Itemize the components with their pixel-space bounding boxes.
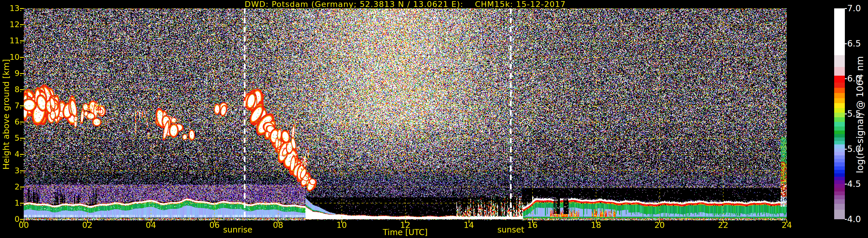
x-tick-mark bbox=[87, 220, 88, 223]
colorbar-segment bbox=[834, 210, 845, 219]
y-tick-label: 2. bbox=[0, 183, 22, 191]
colorbar-segment bbox=[834, 76, 845, 82]
y-tick-mark bbox=[20, 105, 24, 106]
y-tick-label: 3. bbox=[0, 167, 22, 174]
y-tick-label: 9. bbox=[0, 69, 22, 77]
y-tick-label: 13. bbox=[0, 4, 22, 12]
colorbar bbox=[834, 8, 845, 219]
y-tick-label: 7. bbox=[0, 102, 22, 109]
colorbar-segment bbox=[834, 103, 845, 108]
colorbar-tick-label: 5.5 bbox=[847, 109, 868, 118]
y-tick-label: 11. bbox=[0, 37, 22, 44]
colorbar-tick-mark bbox=[845, 149, 847, 149]
colorbar-segment bbox=[834, 192, 845, 195]
colorbar-segment bbox=[834, 173, 845, 177]
y-tick-label: 1. bbox=[0, 199, 22, 207]
colorbar-segment bbox=[834, 88, 845, 93]
x-tick-mark bbox=[659, 220, 660, 223]
colorbar-segment bbox=[834, 148, 845, 152]
colorbar-segment bbox=[834, 184, 845, 188]
colorbar-tick-label: 4.5 bbox=[847, 180, 868, 188]
colorbar-tick-label: 6.0 bbox=[847, 74, 868, 83]
y-tick-mark bbox=[20, 73, 24, 74]
y-tick-mark bbox=[20, 24, 24, 25]
y-tick-label: 12. bbox=[0, 21, 22, 28]
x-tick-mark bbox=[786, 220, 787, 223]
y-tick-mark bbox=[20, 57, 24, 58]
y-tick-mark bbox=[20, 203, 24, 204]
y-tick-mark bbox=[20, 89, 24, 90]
colorbar-tick-label: 5.0 bbox=[847, 145, 868, 154]
colorbar-segment bbox=[834, 199, 845, 204]
ceilometer-quicklook-figure: DWD: Potsdam (Germany; 52.3813 N / 13.06… bbox=[0, 0, 868, 238]
colorbar-segment bbox=[834, 108, 845, 113]
y-tick-mark bbox=[20, 40, 24, 41]
x-tick-mark bbox=[532, 220, 533, 223]
colorbar-segment bbox=[834, 55, 845, 67]
heatmap-canvas bbox=[24, 8, 787, 220]
colorbar-segment bbox=[834, 137, 845, 141]
colorbar-tick-label: 7.0 bbox=[847, 4, 868, 13]
colorbar-segment bbox=[834, 156, 845, 159]
y-tick-mark bbox=[20, 122, 24, 123]
colorbar-segment bbox=[834, 141, 845, 144]
x-tick-mark bbox=[405, 220, 406, 223]
x-tick-mark bbox=[469, 220, 469, 223]
y-tick-mark bbox=[20, 186, 24, 188]
colorbar-segment bbox=[834, 144, 845, 148]
colorbar-segment bbox=[834, 127, 845, 131]
colorbar-segment bbox=[834, 166, 845, 170]
colorbar-segment bbox=[834, 67, 845, 76]
colorbar-tick-label: 6.5 bbox=[847, 39, 868, 48]
x-tick-mark bbox=[341, 220, 342, 223]
colorbar-segment bbox=[834, 162, 845, 166]
colorbar-segment bbox=[834, 98, 845, 103]
y-tick-mark bbox=[20, 8, 24, 9]
x-tick-mark bbox=[214, 220, 215, 223]
y-tick-label: 6. bbox=[0, 118, 22, 126]
colorbar-segment bbox=[834, 159, 845, 162]
y-tick-label: 4. bbox=[0, 150, 22, 158]
colorbar-segment bbox=[834, 152, 845, 156]
x-tick-mark bbox=[24, 220, 24, 223]
colorbar-segment bbox=[834, 93, 845, 98]
colorbar-segment bbox=[834, 113, 845, 117]
colorbar-segment bbox=[834, 170, 845, 173]
y-tick-mark bbox=[20, 170, 24, 171]
y-tick-mark bbox=[20, 138, 24, 139]
colorbar-segment bbox=[834, 8, 845, 55]
colorbar-segment bbox=[834, 117, 845, 122]
y-tick-label: 10. bbox=[0, 53, 22, 61]
colorbar-segment bbox=[834, 131, 845, 134]
colorbar-tick-label: 4.0 bbox=[847, 215, 868, 224]
y-tick-mark bbox=[20, 219, 24, 220]
colorbar-segment bbox=[834, 134, 845, 137]
colorbar-tick-mark bbox=[845, 113, 847, 114]
y-tick-label: 8. bbox=[0, 86, 22, 93]
colorbar-tick-mark bbox=[845, 8, 847, 9]
x-tick-mark bbox=[723, 220, 724, 223]
y-tick-mark bbox=[20, 154, 24, 155]
colorbar-tick-mark bbox=[845, 78, 847, 79]
colorbar-tick-mark bbox=[845, 184, 847, 184]
x-tick-mark bbox=[151, 220, 152, 223]
colorbar-tick-mark bbox=[845, 43, 847, 44]
x-tick-mark bbox=[596, 220, 597, 223]
colorbar-segment bbox=[834, 177, 845, 180]
colorbar-segment bbox=[834, 195, 845, 199]
x-tick-mark bbox=[278, 220, 279, 223]
colorbar-segment bbox=[834, 82, 845, 88]
colorbar-segment bbox=[834, 122, 845, 127]
colorbar-tick-mark bbox=[845, 219, 847, 220]
colorbar-segment bbox=[834, 204, 845, 210]
colorbar-segment bbox=[834, 188, 845, 192]
colorbar-segment bbox=[834, 180, 845, 184]
chart-title: DWD: Potsdam (Germany; 52.3813 N / 13.06… bbox=[24, 0, 787, 9]
y-tick-label: 5. bbox=[0, 134, 22, 142]
